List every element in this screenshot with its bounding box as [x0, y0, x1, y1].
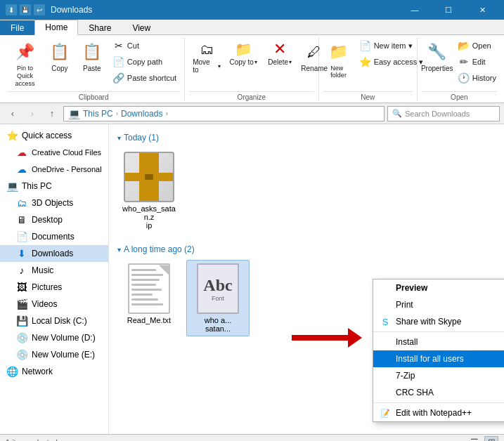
tab-home[interactable]: Home — [34, 20, 78, 35]
file-item-txt[interactable]: Read_Me.txt — [117, 260, 181, 336]
3d-objects-icon: 🗂 — [15, 197, 28, 209]
properties-icon: 🔧 — [426, 41, 448, 63]
sidebar-label-videos: Videos — [32, 299, 57, 309]
ctx-print[interactable]: Print — [373, 296, 504, 313]
ctx-crc-sha[interactable]: CRC SHA › — [373, 384, 504, 401]
status-text: 1 item selected — [6, 438, 58, 441]
sidebar-item-network[interactable]: 🌐 Network — [0, 363, 108, 380]
section-longago-header[interactable]: ▾ A long time ago (2) — [117, 244, 496, 254]
open-label: Open — [472, 41, 491, 50]
creative-cloud-icon: ☁ — [15, 146, 28, 159]
path-part-downloads[interactable]: Downloads — [121, 109, 162, 119]
copy-path-button[interactable]: 📄 Copy path — [109, 54, 180, 70]
ribbon-group-organize: 🗂 Move to ▾ 📁 Copy to ▾ ✕ Delete ▾ 🖊 Ren… — [185, 38, 318, 101]
today-file-grid: who_asks_satan.zip — [117, 148, 496, 233]
sidebar-item-this-pc[interactable]: 💻 This PC — [0, 178, 108, 195]
search-box[interactable]: 🔍 Search Downloads — [387, 106, 500, 121]
cut-icon: ✂ — [112, 40, 125, 51]
up-button[interactable]: ↑ — [44, 105, 60, 122]
tab-share[interactable]: Share — [78, 20, 122, 35]
sidebar-item-quick-access[interactable]: ⭐ Quick access — [0, 127, 108, 144]
sidebar-label-downloads: Downloads — [32, 249, 73, 258]
sidebar-label-quick-access: Quick access — [22, 131, 72, 140]
sidebar-item-music[interactable]: ♪ Music — [0, 262, 108, 279]
address-path[interactable]: 💻 This PC › Downloads › — [63, 106, 385, 121]
path-part-thispc[interactable]: This PC — [83, 109, 113, 119]
ctx-edit-notepad[interactable]: 📝 Edit with Notepad++ — [373, 404, 504, 421]
context-menu: Preview Print S Share with Skype Install… — [373, 279, 504, 422]
sidebar-item-desktop[interactable]: 🖥 Desktop — [0, 211, 108, 228]
sidebar-item-new-volume-d[interactable]: 💿 New Volume (D:) — [0, 329, 108, 346]
copy-button[interactable]: 📋 Copy — [44, 38, 75, 75]
paste-shortcut-button[interactable]: 🔗 Paste shortcut — [109, 70, 180, 86]
paste-button[interactable]: 📋 Paste — [77, 38, 108, 75]
view-details-button[interactable]: ☰ — [467, 436, 482, 441]
delete-button[interactable]: ✕ Delete ▾ — [262, 38, 297, 69]
desktop-icon: 🖥 — [15, 213, 28, 226]
copy-to-button[interactable]: 📁 Copy to ▾ — [226, 38, 261, 69]
sidebar-item-creative-cloud[interactable]: ☁ Creative Cloud Files — [0, 144, 108, 161]
sidebar-label-3d-objects: 3D Objects — [32, 198, 73, 208]
section-today-header[interactable]: ▾ Today (1) — [117, 133, 496, 143]
path-separator-2: › — [165, 110, 167, 117]
new-folder-button[interactable]: 📁 Newfolder — [323, 38, 354, 81]
edit-icon: ✏ — [458, 56, 470, 67]
sidebar-item-onedrive[interactable]: ☁ OneDrive - Personal — [0, 161, 108, 178]
cut-button[interactable]: ✂ Cut — [109, 38, 180, 53]
ctx-share-skype[interactable]: S Share with Skype — [373, 313, 504, 330]
tab-file[interactable]: File — [0, 20, 34, 35]
sidebar-label-new-volume-e: New Volume (E:) — [32, 350, 95, 360]
clipboard-label: Clipboard — [7, 91, 180, 101]
quick-access-icon1[interactable]: 💾 — [20, 4, 31, 15]
file-item-zip[interactable]: who_asks_satan.zip — [117, 148, 181, 233]
ctx-separator-2 — [373, 402, 504, 403]
open-button[interactable]: 📂 Open — [454, 38, 500, 53]
move-to-button[interactable]: 🗂 Move to ▾ — [189, 38, 224, 77]
organize-buttons: 🗂 Move to ▾ 📁 Copy to ▾ ✕ Delete ▾ 🖊 Ren… — [189, 38, 314, 90]
copy-path-icon: 📄 — [112, 56, 125, 67]
file-item-font[interactable]: Abc Font who a...satan... — [186, 260, 250, 336]
history-button[interactable]: 🕐 History — [454, 70, 500, 86]
ctx-separator-1 — [373, 331, 504, 332]
window-controls: — ☐ ✕ — [399, 0, 498, 20]
minimize-button[interactable]: — — [399, 0, 431, 20]
back-button[interactable]: ‹ — [4, 105, 21, 122]
ctx-7zip[interactable]: 7-Zip › — [373, 367, 504, 384]
ctx-install[interactable]: Install — [373, 334, 504, 350]
new-item-icon: 📄 — [359, 40, 372, 51]
sidebar-label-this-pc: This PC — [22, 181, 52, 191]
ctx-share-skype-label: Share with Skype — [396, 317, 461, 327]
easy-access-icon: ⭐ — [359, 56, 372, 67]
edit-button[interactable]: ✏ Edit — [454, 54, 500, 70]
quick-access-icon: ⭐ — [6, 129, 18, 142]
ctx-preview[interactable]: Preview — [373, 279, 504, 296]
maximize-button[interactable]: ☐ — [432, 0, 465, 20]
view-tiles-button[interactable]: ⊞ — [484, 436, 498, 441]
ctx-crc-sha-label: CRC SHA — [396, 388, 434, 397]
copy-path-label: Copy path — [127, 58, 162, 66]
local-disk-c-icon: 💾 — [15, 315, 28, 327]
ctx-install-all[interactable]: 🛡 Install for all users — [373, 350, 504, 367]
tab-view[interactable]: View — [122, 20, 161, 35]
sidebar-item-videos[interactable]: 🎬 Videos — [0, 296, 108, 312]
sidebar-label-pictures: Pictures — [32, 282, 62, 292]
properties-button[interactable]: 🔧 Properties — [422, 38, 453, 75]
move-to-icon: 🗂 — [195, 41, 218, 58]
close-button[interactable]: ✕ — [466, 0, 498, 20]
quick-access-icon2[interactable]: ↩ — [34, 4, 45, 15]
title-bar: ⬇ 💾 ↩ Downloads — ☐ ✕ — [0, 0, 504, 20]
forward-button[interactable]: › — [24, 105, 41, 122]
sidebar-item-new-volume-e[interactable]: 💿 New Volume (E:) — [0, 346, 108, 363]
sidebar-item-pictures[interactable]: 🖼 Pictures — [0, 279, 108, 296]
sidebar-label-onedrive: OneDrive - Personal — [32, 165, 102, 173]
sidebar-item-local-disk-c[interactable]: 💾 Local Disk (C:) — [0, 312, 108, 329]
main-layout: ⭐ Quick access ☁ Creative Cloud Files ☁ … — [0, 124, 504, 434]
sidebar-item-downloads[interactable]: ⬇ Downloads — [0, 245, 108, 262]
sidebar-item-3d-objects[interactable]: 🗂 3D Objects — [0, 195, 108, 211]
new-item-button[interactable]: 📄 New item ▾ — [356, 38, 427, 53]
pin-button[interactable]: 📌 Pin to Quick access — [7, 38, 43, 90]
zip-file-label: who_asks_satan.zip — [121, 204, 177, 230]
path-icon: 💻 — [68, 108, 80, 119]
easy-access-button[interactable]: ⭐ Easy access ▾ — [356, 54, 427, 70]
sidebar-item-documents[interactable]: 📄 Documents — [0, 228, 108, 245]
